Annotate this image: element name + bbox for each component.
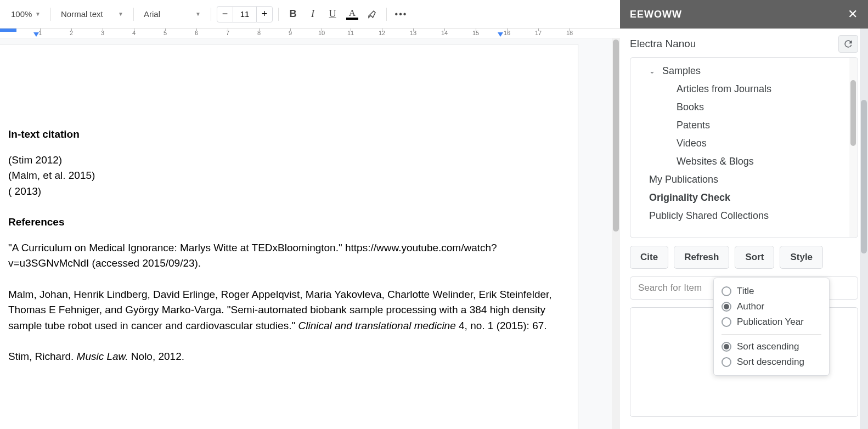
citation-line: ( 2013) (8, 184, 567, 200)
paragraph-style-dropdown[interactable]: Normal text▼ (57, 5, 128, 23)
close-icon[interactable]: ✕ (848, 7, 858, 21)
zoom-dropdown[interactable]: 100%▼ (7, 5, 45, 23)
ruler-tick: 2 (70, 30, 73, 36)
sort-option-pubyear[interactable]: Publication Year (722, 314, 821, 330)
sidebar-title: EEWOWW (630, 9, 682, 20)
scrollbar-thumb[interactable] (861, 100, 867, 253)
ruler-tick: 13 (410, 30, 416, 36)
ruler-tick: 17 (535, 30, 542, 36)
ruler-tick: 5 (164, 30, 167, 36)
ruler-tick: 14 (441, 30, 448, 36)
font-size-group: − 11 + (217, 6, 273, 22)
citation-line: (Stim 2012) (8, 153, 567, 168)
document-scrollbar[interactable] (612, 38, 620, 429)
ruler-tick: 15 (472, 30, 479, 36)
ruler-tick: 8 (257, 30, 261, 36)
chevron-down-icon: ▼ (35, 11, 41, 17)
tree-node-shared-collections[interactable]: Publicly Shared Collections (630, 207, 858, 225)
ruler-tick: 3 (101, 30, 104, 36)
right-indent-marker[interactable] (497, 32, 504, 37)
collections-tree: ⌄Samples Articles from Journals Books Pa… (630, 57, 858, 238)
italic-button[interactable]: I (304, 5, 322, 23)
ruler-tick: 11 (347, 30, 354, 36)
text-color-button[interactable]: A (343, 5, 361, 23)
sort-option-asc[interactable]: Sort ascending (722, 339, 821, 354)
chevron-down-icon: ▼ (195, 11, 201, 17)
font-size-input[interactable]: 11 (233, 6, 256, 22)
tree-node-videos[interactable]: Videos (630, 134, 858, 153)
separator (50, 8, 51, 21)
more-options-button[interactable]: ••• (392, 5, 410, 23)
underline-button[interactable]: U (324, 5, 341, 23)
tree-node-samples[interactable]: ⌄Samples (630, 62, 858, 80)
separator (722, 334, 821, 335)
radio-icon (722, 286, 731, 296)
user-name: Electra Nanou (630, 38, 696, 50)
chevron-down-icon: ▼ (118, 11, 123, 17)
decrease-font-button[interactable]: − (217, 6, 233, 22)
heading-intext: In-text citation (8, 127, 567, 143)
document-page[interactable]: In-text citation (Stim 2012) (Malm, et a… (0, 44, 578, 429)
chevron-down-icon: ⌄ (649, 67, 658, 75)
highlight-button[interactable] (363, 5, 381, 23)
tree-node-patents[interactable]: Patents (630, 116, 858, 134)
scrollbar-thumb[interactable] (613, 39, 619, 232)
ruler-tick: 4 (132, 30, 136, 36)
sidebar-action-buttons: Cite Refresh Sort Style (630, 246, 858, 269)
sidebar-scrollbar[interactable] (860, 29, 868, 429)
bold-button[interactable]: B (284, 5, 302, 23)
scrollbar-thumb[interactable] (850, 80, 856, 146)
ruler-tick: 1 (38, 30, 42, 36)
ruler-tick: 7 (226, 30, 229, 36)
refresh-icon (843, 38, 854, 49)
tree-scrollbar[interactable] (849, 58, 857, 237)
sidebar-header: EEWOWW ✕ (620, 0, 868, 29)
ruler-tick: 10 (318, 30, 325, 36)
ruler-tick: 16 (504, 30, 510, 36)
citation-line: (Malm, et al. 2015) (8, 168, 567, 184)
sort-option-author[interactable]: Author (722, 299, 821, 314)
radio-icon (722, 357, 731, 367)
radio-icon (722, 302, 731, 312)
sort-option-title[interactable]: Title (722, 284, 821, 299)
sort-option-desc[interactable]: Sort descending (722, 354, 821, 370)
separator (133, 8, 134, 21)
document-area: In-text citation (Stim 2012) (Malm, et a… (0, 38, 620, 429)
ruler-tick: 18 (566, 30, 573, 36)
cite-button[interactable]: Cite (630, 246, 668, 269)
ruler-margin-indicator (0, 29, 16, 32)
ruler-tick: 12 (379, 30, 385, 36)
heading-references: References (8, 214, 567, 230)
ruler-tick: 6 (195, 30, 198, 36)
separator (278, 8, 279, 21)
tree-node-books[interactable]: Books (630, 98, 858, 116)
tree-node-my-publications[interactable]: My Publications (630, 171, 858, 189)
reference-entry: Stim, Richard. Music Law. Nolo, 2012. (8, 349, 567, 365)
separator (211, 8, 211, 21)
refresh-button[interactable]: Refresh (674, 246, 729, 269)
radio-icon (722, 342, 731, 352)
reference-entry: "A Curriculum on Medical Ignorance: Marl… (8, 240, 567, 272)
tree-node-originality-check[interactable]: Originality Check (630, 189, 858, 207)
font-family-dropdown[interactable]: Arial▼ (139, 5, 205, 23)
radio-icon (722, 317, 731, 327)
separator (386, 8, 387, 21)
sort-menu-popup: Title Author Publication Year Sort ascen… (713, 278, 830, 376)
sidebar-user-row: Electra Nanou (620, 29, 868, 57)
reference-entry: Malm, Johan, Henrik Lindberg, David Erli… (8, 287, 567, 334)
increase-font-button[interactable]: + (256, 6, 273, 22)
style-button[interactable]: Style (780, 246, 823, 269)
tree-node-websites[interactable]: Websites & Blogs (630, 153, 858, 171)
tree-node-articles[interactable]: Articles from Journals (630, 80, 858, 98)
ruler-tick: 9 (289, 30, 292, 36)
sort-button[interactable]: Sort (735, 246, 774, 269)
refresh-icon-button[interactable] (838, 35, 858, 53)
